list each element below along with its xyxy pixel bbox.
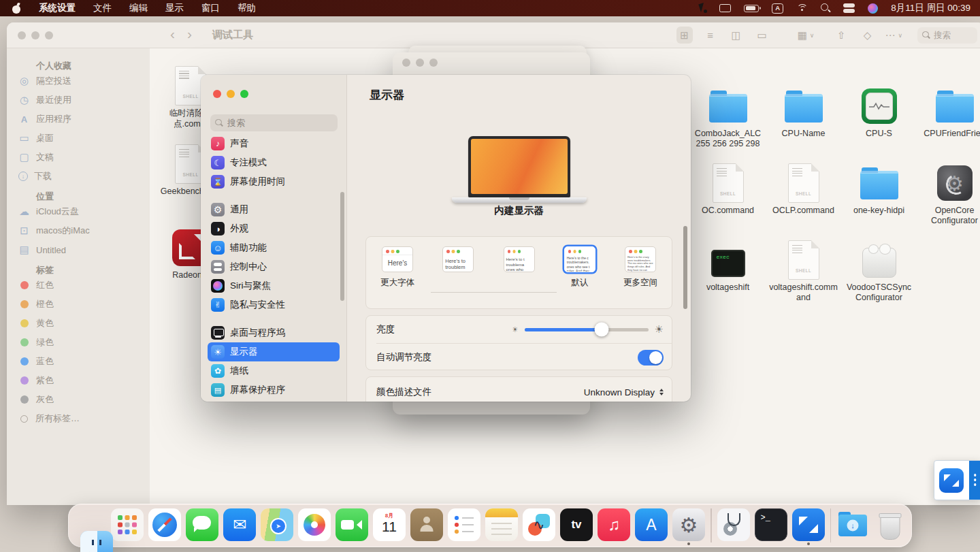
apple-menu-icon[interactable]: [12, 3, 21, 14]
finder-search-field[interactable]: [917, 27, 977, 44]
file-icon-cell[interactable]: CPUFriendFrien: [917, 85, 980, 162]
status-icon[interactable]: [821, 3, 830, 13]
finder-sidebar-row[interactable]: 绿色: [7, 333, 150, 352]
view-gallery-icon[interactable]: ▭: [754, 27, 770, 44]
scale-option[interactable]: Here's to t troublema ones who: [495, 246, 544, 287]
status-icon[interactable]: [698, 3, 706, 13]
dock-item[interactable]: [485, 508, 518, 541]
settings-search-field[interactable]: [210, 114, 338, 131]
finder-sidebar-row[interactable]: 位置: [7, 186, 150, 202]
dock-item[interactable]: [836, 508, 869, 541]
file-icon-cell[interactable]: SHELL voltageshift.command: [766, 239, 841, 316]
finder-traffic-lights[interactable]: [18, 31, 53, 39]
menu-item[interactable]: 显示: [165, 2, 184, 14]
file-icon-cell[interactable]: VoodooTSCSync Configurator: [841, 239, 917, 316]
group-by-icon[interactable]: ▦∨: [798, 27, 815, 44]
brightness-slider[interactable]: ☀ ☀: [512, 316, 664, 343]
dock-item[interactable]: 8月 11: [373, 508, 406, 541]
status-icon[interactable]: [796, 4, 808, 13]
status-icon[interactable]: [868, 3, 878, 14]
tag-icon[interactable]: ◇: [859, 27, 875, 44]
file-icon-cell[interactable]: OpenCore Configurator: [917, 162, 980, 239]
menu-bar-clock[interactable]: 8月11日 周日 00:39: [891, 2, 970, 14]
back-icon[interactable]: ‹: [170, 26, 175, 42]
dock-item[interactable]: [148, 508, 181, 541]
screen-edge-app-popup[interactable]: [934, 460, 980, 500]
file-icon-cell[interactable]: SHELL OCLP.command: [766, 162, 841, 239]
dock-item[interactable]: [80, 531, 113, 552]
settings-sidebar-item[interactable]: 控制中心: [208, 257, 340, 276]
scale-option[interactable]: Here's to the c troublemakers. ones who …: [555, 246, 604, 287]
more-actions-icon[interactable]: ⋯∨: [885, 27, 902, 44]
forward-icon[interactable]: ›: [187, 26, 192, 42]
finder-sidebar-row[interactable]: 蓝色: [7, 352, 150, 371]
finder-sidebar-row[interactable]: 黄色: [7, 314, 150, 333]
dock-item[interactable]: [523, 508, 555, 541]
file-icon-cell[interactable]: ComboJack_ALC 255 256 295 298: [690, 85, 766, 162]
content-scrollbar[interactable]: [683, 226, 687, 309]
finder-sidebar-row[interactable]: 红色: [7, 276, 150, 295]
settings-sidebar-item[interactable]: 声音: [208, 134, 340, 153]
status-icon[interactable]: [719, 4, 731, 12]
finder-sidebar-row[interactable]: macos的iMac: [7, 221, 150, 240]
menu-item[interactable]: 窗口: [201, 2, 220, 14]
dock-item[interactable]: [874, 508, 906, 541]
dock-item[interactable]: >_: [755, 508, 787, 541]
finder-sidebar-row[interactable]: 个人收藏: [7, 55, 150, 71]
dock-item[interactable]: [717, 508, 750, 541]
menu-item[interactable]: 文件: [93, 2, 112, 14]
settings-sidebar-item[interactable]: 通用: [208, 200, 340, 219]
settings-sidebar-item[interactable]: 墙纸: [208, 361, 340, 380]
share-icon[interactable]: ⇧: [833, 27, 849, 44]
dock-item[interactable]: [261, 508, 293, 541]
dock-item[interactable]: [336, 508, 368, 541]
finder-sidebar-row[interactable]: 文稿: [7, 148, 150, 167]
finder-sidebar-row[interactable]: 橙色: [7, 295, 150, 314]
view-list-icon[interactable]: ≡: [702, 27, 719, 44]
settings-sidebar-item[interactable]: Siri与聚焦: [208, 276, 340, 295]
finder-sidebar-row[interactable]: 灰色: [7, 390, 150, 409]
settings-sidebar-item[interactable]: 外观: [208, 219, 340, 238]
settings-search-input[interactable]: [227, 118, 323, 128]
file-icon-cell[interactable]: SHELL OC.command: [690, 162, 766, 239]
dock-item[interactable]: [111, 508, 144, 541]
color-profile-select[interactable]: Unknown Display: [584, 387, 664, 397]
blue-app-icon[interactable]: [939, 468, 964, 493]
popup-more-strip[interactable]: [969, 461, 980, 500]
menu-item[interactable]: 系统设置: [39, 2, 76, 14]
menu-item[interactable]: 帮助: [238, 2, 256, 14]
file-icon-cell[interactable]: CPU-S: [841, 85, 917, 162]
dock-item[interactable]: [598, 508, 630, 541]
settings-sidebar-item[interactable]: 桌面与程序坞: [208, 323, 340, 342]
status-icon[interactable]: [843, 3, 855, 13]
finder-sidebar-row[interactable]: 标签: [7, 259, 150, 276]
scale-option[interactable]: Here's 更大字体: [373, 246, 422, 287]
settings-sidebar-item[interactable]: 隐私与安全性: [208, 295, 340, 314]
scale-option[interactable]: Here's to the crazy ones troublemakers. …: [616, 246, 665, 287]
finder-sidebar-row[interactable]: 所有标签…: [7, 409, 150, 428]
dock-item[interactable]: [298, 508, 331, 541]
status-icon[interactable]: A: [772, 3, 783, 14]
finder-sidebar-row[interactable]: 桌面: [7, 129, 150, 148]
view-grid-icon[interactable]: ⊞: [676, 27, 693, 44]
dock-item[interactable]: [830, 508, 832, 542]
finder-sidebar-row[interactable]: 应用程序: [7, 110, 150, 129]
settings-traffic-lights[interactable]: [213, 90, 248, 98]
dock-item[interactable]: [710, 508, 712, 542]
file-icon-cell[interactable]: exec voltageshift: [690, 239, 766, 316]
finder-sidebar-row[interactable]: 隔空投送: [7, 71, 150, 91]
dock-item[interactable]: [792, 508, 825, 541]
sidebar-scrollbar[interactable]: [340, 192, 344, 301]
finder-sidebar-row[interactable]: 紫色: [7, 371, 150, 390]
dock-item[interactable]: [223, 508, 256, 541]
dock-item[interactable]: [186, 508, 218, 541]
dock-item[interactable]: [672, 508, 705, 541]
dock-item[interactable]: [410, 508, 443, 541]
finder-sidebar-row[interactable]: iCloud云盘: [7, 202, 150, 221]
view-columns-icon[interactable]: ◫: [728, 27, 745, 44]
dock-item[interactable]: [448, 508, 480, 541]
dock-item[interactable]: A: [635, 508, 668, 541]
settings-sidebar-item[interactable]: 屏幕保护程序: [208, 380, 340, 400]
auto-brightness-toggle[interactable]: [638, 350, 664, 366]
file-icon-cell[interactable]: one-key-hidpi: [841, 162, 917, 239]
